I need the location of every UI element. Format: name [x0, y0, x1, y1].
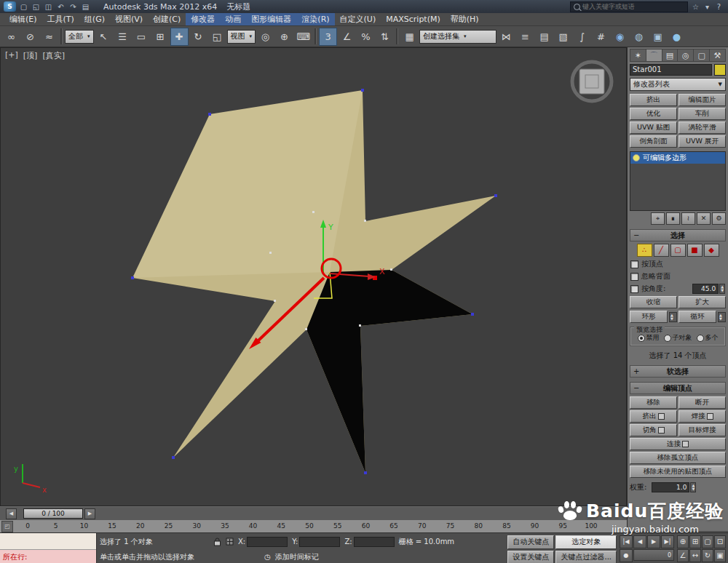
- absolute-offset-toggle-icon[interactable]: [226, 538, 234, 546]
- vertex-mode-icon[interactable]: ∴: [637, 244, 652, 257]
- x-coordinate-field[interactable]: [247, 537, 288, 547]
- tab-utilities[interactable]: ⚒: [710, 49, 726, 62]
- key-filters-button[interactable]: 关键点过滤器...: [555, 551, 617, 563]
- polygon-mode-icon[interactable]: ■: [687, 244, 703, 257]
- tab-hierarchy[interactable]: ▤: [662, 49, 678, 62]
- rollout-soft-selection-header[interactable]: + 软选择: [630, 365, 726, 378]
- zoom-all-icon[interactable]: ⊞: [689, 535, 701, 548]
- mirror-icon[interactable]: ⋈: [497, 28, 515, 46]
- 3dsmax-logo-icon[interactable]: S: [4, 1, 16, 12]
- by-angle-checkbox-row[interactable]: 按角度: 45.0 ▲▼: [630, 284, 725, 294]
- break-vertex-button[interactable]: 断开: [678, 396, 726, 409]
- pin-stack-icon[interactable]: ⌖: [651, 212, 665, 225]
- loop-spinner[interactable]: ▲▼: [718, 312, 726, 322]
- viewport-top[interactable]: [+] [顶] [真实]: [0, 47, 627, 506]
- zoom-icon[interactable]: ⊕: [677, 535, 689, 548]
- time-slider[interactable]: ◀ 0 / 100 ▶: [0, 506, 627, 519]
- angle-snap-icon[interactable]: ∠: [338, 28, 356, 46]
- preview-multiple-radio-circle[interactable]: [697, 335, 704, 342]
- border-mode-icon[interactable]: ▢: [670, 244, 686, 257]
- ring-button[interactable]: 环形: [630, 311, 668, 323]
- preview-multiple-radio[interactable]: 多个: [697, 333, 719, 343]
- preview-disable-radio-circle[interactable]: [638, 335, 645, 342]
- go-to-end-icon[interactable]: ▶|: [661, 535, 674, 548]
- modifier-turbosmooth-button[interactable]: 涡轮平滑: [678, 121, 726, 134]
- unlink-selection-icon[interactable]: ⊘: [21, 28, 39, 46]
- object-name-field[interactable]: Star001: [630, 64, 712, 76]
- by-vertex-checkbox[interactable]: [630, 260, 638, 268]
- open-mini-curve-editor-icon[interactable]: ◰: [1, 521, 13, 532]
- select-and-move-icon[interactable]: ✚: [170, 28, 189, 46]
- connect-button[interactable]: 连接: [630, 438, 726, 450]
- curve-editor-icon[interactable]: ∫: [573, 28, 591, 46]
- maximize-viewport-icon[interactable]: ▣: [714, 549, 726, 562]
- previous-frame-icon[interactable]: ◀: [633, 535, 646, 548]
- modifier-extrude-button[interactable]: 挤出: [630, 94, 677, 106]
- ignore-backfacing-checkbox-row[interactable]: 忽略背面: [630, 271, 725, 282]
- modifier-optimize-button[interactable]: 优化: [630, 108, 677, 120]
- orbit-icon[interactable]: ↻: [702, 549, 713, 562]
- make-unique-icon[interactable]: ≀: [681, 212, 695, 225]
- undo-icon[interactable]: ↶: [55, 3, 66, 11]
- menu-customize[interactable]: 自定义(U): [335, 13, 381, 25]
- set-key-button[interactable]: 设置关键点: [507, 551, 554, 563]
- object-color-swatch[interactable]: [714, 64, 726, 76]
- select-by-name-icon[interactable]: ☰: [114, 28, 132, 46]
- select-and-scale-icon[interactable]: ◱: [208, 28, 226, 46]
- rollout-edit-vertices-header[interactable]: − 编辑顶点: [630, 382, 726, 394]
- tab-modify[interactable]: ⌒: [646, 49, 662, 62]
- schematic-view-icon[interactable]: #: [592, 28, 610, 46]
- extrude-vertex-button-settings-icon[interactable]: [658, 413, 665, 420]
- select-and-rotate-icon[interactable]: ↻: [189, 28, 207, 46]
- viewcube[interactable]: [572, 62, 612, 101]
- open-file-icon[interactable]: ◱: [31, 3, 41, 11]
- selection-filter-dropdown[interactable]: 全部▾: [65, 30, 94, 44]
- menu-maxscript[interactable]: MAXScript(M): [381, 14, 446, 25]
- percent-snap-icon[interactable]: %: [357, 28, 375, 46]
- bind-to-space-warp-icon[interactable]: ≈: [40, 28, 58, 46]
- chamfer-vertex-button-settings-icon[interactable]: [658, 427, 665, 434]
- weight-value-field[interactable]: 1.0: [652, 482, 689, 492]
- help-icon[interactable]: ?: [713, 3, 724, 11]
- auto-key-button[interactable]: 自动关键点: [507, 535, 554, 549]
- star-shape[interactable]: [132, 90, 496, 473]
- chamfer-vertex-button[interactable]: 切角: [630, 424, 677, 436]
- select-and-link-icon[interactable]: ∞: [2, 28, 20, 46]
- spinner-snap-icon[interactable]: ⇅: [376, 28, 394, 46]
- modifier-list-dropdown[interactable]: 修改器列表 ▼: [630, 78, 726, 91]
- remove-modifier-icon[interactable]: ✕: [697, 212, 711, 225]
- menu-help[interactable]: 帮助(H): [446, 13, 484, 25]
- track-bar[interactable]: ◰ 05101520253035404550556065707580859095…: [0, 519, 627, 532]
- by-vertex-checkbox-row[interactable]: 按顶点: [630, 259, 725, 269]
- add-time-tag[interactable]: 添加时间标记: [275, 552, 319, 562]
- element-mode-icon[interactable]: ◆: [704, 244, 719, 257]
- tab-display[interactable]: ▢: [694, 49, 710, 62]
- layer-manager-icon[interactable]: ▤: [535, 28, 553, 46]
- maxscript-mini-listener[interactable]: 所在行:: [0, 533, 97, 563]
- redo-icon[interactable]: ↷: [68, 3, 79, 11]
- current-frame-field[interactable]: 0: [633, 549, 674, 561]
- info-center-search[interactable]: [570, 1, 688, 12]
- selected-mode-dropdown[interactable]: 选定对象: [555, 535, 617, 549]
- edge-mode-icon[interactable]: ╱: [654, 244, 669, 257]
- extrude-vertex-button[interactable]: 挤出: [630, 410, 677, 423]
- viewport-menu-general[interactable]: [+]: [5, 50, 18, 61]
- graphite-ribbon-icon[interactable]: ▧: [554, 28, 572, 46]
- favorites-star-icon[interactable]: ☆: [690, 3, 701, 11]
- connect-button-settings-icon[interactable]: [682, 441, 689, 447]
- modifier-bevel-profile-button[interactable]: 倒角剖面: [630, 135, 677, 148]
- y-coordinate-field[interactable]: [299, 537, 340, 547]
- show-end-result-icon[interactable]: ∎: [666, 212, 680, 225]
- stack-item-editable-poly[interactable]: 可编辑多边形: [630, 152, 725, 164]
- listener-prompt[interactable]: 所在行:: [0, 550, 96, 563]
- preview-subobject-radio[interactable]: 子对象: [664, 333, 692, 343]
- target-weld-button[interactable]: 目标焊接: [678, 424, 726, 436]
- communication-center-icon[interactable]: ▾: [702, 3, 713, 11]
- menu-views[interactable]: 视图(V): [110, 13, 148, 25]
- rollout-selection-header[interactable]: − 选择: [630, 229, 726, 241]
- ignore-backfacing-checkbox[interactable]: [630, 273, 638, 281]
- time-slider-prev-icon[interactable]: ◀: [6, 508, 17, 519]
- weld-vertex-button[interactable]: 焊接: [678, 410, 726, 423]
- zoom-extents-icon[interactable]: ▢: [702, 535, 713, 548]
- preview-subobject-radio-circle[interactable]: [664, 335, 671, 342]
